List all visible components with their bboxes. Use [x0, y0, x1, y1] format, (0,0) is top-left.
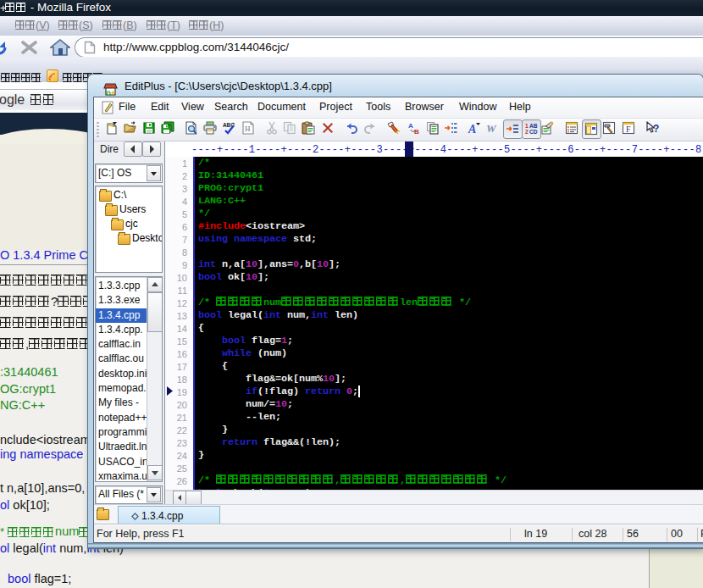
svg-text:F: F	[626, 125, 631, 134]
svg-text:H: H	[245, 125, 251, 133]
svg-text:?: ?	[653, 123, 659, 135]
svg-text:A: A	[408, 122, 413, 130]
svg-text:B: B	[414, 128, 419, 135]
svg-text:2: 2	[525, 129, 529, 135]
svg-text:W: W	[486, 122, 497, 135]
svg-text:CD: CD	[529, 129, 538, 135]
svg-text:1: 1	[525, 123, 529, 129]
svg-text:A: A	[468, 123, 476, 135]
svg-text:AB: AB	[529, 123, 538, 129]
